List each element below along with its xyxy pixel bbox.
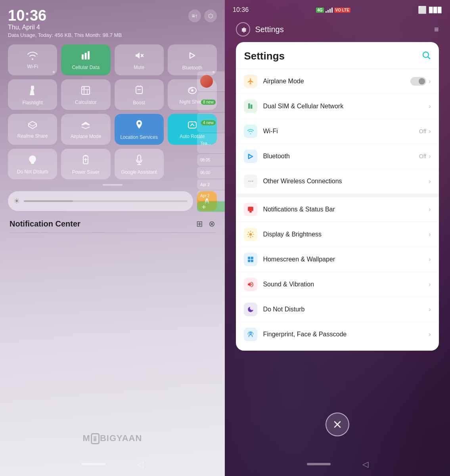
settings-menu-icon[interactable]: ≡ xyxy=(434,25,439,34)
notifications-label: Notifications & Status Bar xyxy=(263,206,429,213)
tile-mute-label: Mute xyxy=(134,65,144,71)
flashlight-icon xyxy=(28,85,37,98)
tile-realme-label: Realme Share xyxy=(17,133,48,140)
tile-powersaver[interactable]: Power Saver xyxy=(61,149,110,180)
status-bar-left: 10:36 Thu, April 4 Data Usage, Today: 45… xyxy=(8,8,217,38)
svg-rect-32 xyxy=(251,257,253,259)
signal-bars xyxy=(326,7,333,13)
home-indicator-left[interactable] xyxy=(82,463,105,465)
realme-icon xyxy=(27,121,38,131)
settings-item-donotdisturb[interactable]: Do Not Disturb › xyxy=(236,297,439,322)
date-left: Thu, April 4 xyxy=(8,24,122,31)
tile-mute[interactable]: Mute xyxy=(115,44,164,75)
controls-row: ☀ A xyxy=(8,191,217,211)
location-icon xyxy=(135,119,144,132)
settings-search-btn[interactable] xyxy=(421,50,431,62)
mute-icon xyxy=(134,50,144,62)
svg-rect-18 xyxy=(31,163,34,164)
svg-point-17 xyxy=(138,122,140,125)
list-icon-btn[interactable]: ≡↑ xyxy=(188,10,201,22)
airplane-mode-label: Airplane Mode xyxy=(263,78,410,85)
svg-line-25 xyxy=(428,57,430,59)
notification-clear-btn[interactable]: ⊗ xyxy=(209,219,215,228)
tile-calculator[interactable]: Calculator xyxy=(61,79,110,110)
google-assistant-icon xyxy=(135,154,144,167)
airplane-mode-icon-wrap xyxy=(244,75,257,88)
sim-icon-wrap xyxy=(244,100,257,113)
tile-cellular[interactable]: Cellular Data xyxy=(61,44,110,75)
settings-item-other-wireless[interactable]: ··· Other Wireless Connections › xyxy=(236,169,439,194)
tile-airplane[interactable]: Airplane Mode xyxy=(61,114,110,145)
homescreen-icon-wrap xyxy=(244,253,257,266)
tile-google[interactable]: Google Assistant xyxy=(115,149,164,180)
settings-item-wifi[interactable]: Wi-Fi Off › xyxy=(236,119,439,144)
settings-item-display[interactable]: Display & Brightness › xyxy=(236,222,439,247)
tile-donotdisturb[interactable]: Do Not Disturb xyxy=(8,149,57,180)
tile-bluetooth[interactable]: Bluetooth xyxy=(168,44,217,75)
bottom-nav-left: ◁ xyxy=(0,459,225,469)
tile-airplane-label: Airplane Mode xyxy=(71,134,101,140)
settings-header-row: Settings ≡ xyxy=(236,18,439,42)
svg-rect-0 xyxy=(82,54,84,60)
signal-4g: 4G xyxy=(316,8,324,13)
back-btn-left[interactable]: ◁ xyxy=(137,459,143,469)
wifi-setting-label: Wi-Fi xyxy=(263,128,419,135)
dnd-label: Do Not Disturb xyxy=(263,306,429,313)
settings-header-title: Settings xyxy=(255,25,283,34)
data-usage: Data Usage, Today: 456 KB, This Month: 9… xyxy=(8,32,122,38)
svg-point-30 xyxy=(249,233,252,236)
airplane-chevron: › xyxy=(429,78,431,85)
watermark: M 📱 BIGYAAN xyxy=(83,433,142,444)
settings-divider-1 xyxy=(236,194,439,197)
svg-rect-1 xyxy=(85,53,87,60)
fingerprint-chevron: › xyxy=(429,331,431,338)
settings-item-fingerprint[interactable]: Fingerprint, Face & Passcode › xyxy=(236,322,439,347)
airplane-mode-toggle[interactable] xyxy=(410,77,426,86)
tile-wifi[interactable]: Wi-Fi xyxy=(8,44,57,75)
brightness-icon: ☀ xyxy=(13,197,20,205)
tile-location[interactable]: Location Services xyxy=(115,114,164,145)
notification-manage-btn[interactable]: ⊞ xyxy=(196,219,203,228)
brightness-slider[interactable]: ☀ xyxy=(8,191,193,211)
other-wireless-chevron: › xyxy=(429,178,431,185)
left-panel: 8 new 4 new Tea... 08:05 06:00 Apr 2 Apr… xyxy=(0,0,225,476)
tile-google-label: Google Assistant xyxy=(121,169,157,176)
sim-chevron: › xyxy=(429,103,431,110)
settings-card-header: Settings xyxy=(236,50,439,69)
settings-item-airplane[interactable]: Airplane Mode › xyxy=(236,69,439,94)
home-indicator-right[interactable] xyxy=(307,463,331,465)
settings-item-sound[interactable]: Sound & Vibration › xyxy=(236,272,439,297)
tile-flashlight[interactable]: Flashlight xyxy=(8,79,57,110)
settings-shortcut-btn[interactable]: ⬡ xyxy=(204,10,217,22)
svg-point-35 xyxy=(250,332,252,334)
svg-rect-6 xyxy=(82,86,90,94)
scroll-indicator xyxy=(8,184,217,186)
back-btn-right[interactable]: ◁ xyxy=(362,459,368,469)
sound-label: Sound & Vibration xyxy=(263,281,429,288)
battery-right: ⬜ ▉▉▉ xyxy=(418,6,442,14)
homescreen-label: Homescreen & Wallpaper xyxy=(263,256,429,263)
close-button[interactable] xyxy=(326,413,349,436)
settings-item-notifications[interactable]: Notifications & Status Bar › xyxy=(236,197,439,222)
cellular-icon xyxy=(80,50,91,62)
wifi-setting-icon-wrap xyxy=(244,125,257,138)
homescreen-chevron: › xyxy=(429,256,431,263)
svg-rect-34 xyxy=(251,260,253,262)
notifications-icon-wrap xyxy=(244,203,257,216)
svg-rect-20 xyxy=(84,155,87,156)
tile-wifi-label: Wi-Fi xyxy=(27,64,38,70)
signal-volte: VO LTE xyxy=(334,8,350,13)
settings-item-homescreen[interactable]: Homescreen & Wallpaper › xyxy=(236,247,439,272)
tile-boost[interactable]: Boost xyxy=(115,79,164,110)
fingerprint-icon-wrap xyxy=(244,328,257,341)
gear-circle xyxy=(236,22,250,36)
brightness-track xyxy=(24,200,188,202)
settings-item-bluetooth[interactable]: Bluetooth Off › xyxy=(236,144,439,169)
settings-card: Settings Airplane Mode xyxy=(236,42,439,351)
tile-realme[interactable]: Realme Share xyxy=(8,114,57,145)
display-icon-wrap xyxy=(244,228,257,241)
autorotate-icon xyxy=(187,120,198,131)
fingerprint-label: Fingerprint, Face & Passcode xyxy=(263,331,429,338)
settings-item-sim[interactable]: Dual SIM & Cellular Network › xyxy=(236,94,439,119)
wifi-value: Off xyxy=(419,128,426,134)
